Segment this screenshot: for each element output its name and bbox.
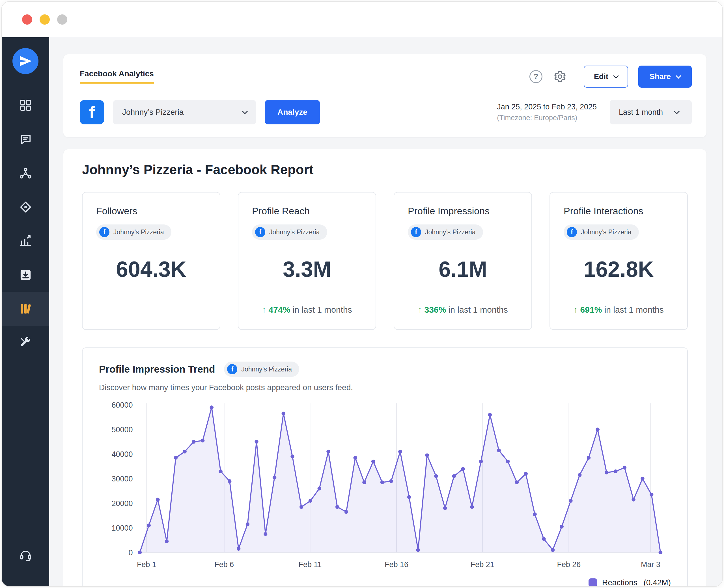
chevron-down-icon [674,108,680,114]
metrics-row: Followers f Johnny’s Pizzeria 604.3K Pro… [82,192,688,330]
legend-value: (0.42M) [644,578,671,586]
date-range-text: Jan 25, 2025 to Feb 23, 2025 [497,103,597,111]
up-arrow-icon: ↑ [418,305,422,314]
chat-bubble-icon [19,132,32,146]
library-books-icon [19,302,32,315]
metric-delta: ↑ 336% in last 1 months [408,292,518,315]
legend-item-reactions[interactable]: Reactions (0.42M) [99,578,671,586]
date-range-block: Jan 25, 2025 to Feb 23, 2025 (Timezone: … [497,103,597,122]
svg-text:Mar 3: Mar 3 [641,560,660,569]
edit-button[interactable]: Edit [584,66,628,88]
account-selector-dropdown[interactable]: Johnny’s Pizzeria [113,100,256,124]
svg-text:40000: 40000 [111,450,133,459]
svg-text:Feb 26: Feb 26 [557,560,581,569]
metric-value: 6.1M [408,257,518,282]
sidebar-item-dashboard[interactable] [2,88,49,122]
gear-icon [554,70,566,83]
metric-label: Profile Interactions [564,206,674,216]
impression-trend-card: Profile Impression Trend f Johnny’s Pizz… [82,348,688,586]
metric-card-followers: Followers f Johnny’s Pizzeria 604.3K [82,192,220,330]
help-button[interactable]: ? [530,70,542,83]
analyze-button[interactable]: Analyze [265,100,320,124]
download-tray-icon [19,268,32,281]
svg-text:Feb 21: Feb 21 [471,560,494,569]
account-badge: f Johnny’s Pizzeria [564,225,639,240]
account-badge: f Johnny’s Pizzeria [96,225,171,240]
sidebar-item-connections[interactable] [2,156,49,190]
account-badge-label: Johnny’s Pizzeria [241,365,292,373]
edit-button-label: Edit [594,72,608,81]
account-badge-label: Johnny’s Pizzeria [581,228,632,236]
zoom-window-button[interactable] [57,15,67,25]
svg-text:30000: 30000 [111,475,133,483]
app-logo[interactable] [13,48,39,74]
tools-wrench-icon [19,336,32,350]
svg-text:Feb 11: Feb 11 [298,560,322,569]
metric-card-profile-interactions: Profile Interactions f Johnny’s Pizzeria… [550,192,688,330]
app-window: Facebook Analytics ? Edit [1,1,723,587]
facebook-f-icon: f [227,364,237,374]
svg-text:Feb 6: Feb 6 [214,560,234,569]
chevron-down-icon [242,108,248,114]
tab-facebook-analytics[interactable]: Facebook Analytics [80,69,154,84]
diamond-box-icon [19,201,32,214]
chart-title: Profile Impression Trend [99,363,215,375]
dashboard-grid-icon [19,99,32,112]
facebook-f-icon: f [99,227,109,237]
sidebar [2,37,49,586]
period-selector-value: Last 1 month [619,108,663,117]
share-button[interactable]: Share [638,66,692,88]
up-arrow-icon: ↑ [574,305,578,314]
metric-value: 162.8K [564,257,674,282]
metric-delta: ↑ 474% in last 1 months [252,292,362,315]
metric-label: Profile Reach [252,206,362,216]
account-selector-value: Johnny’s Pizzeria [122,108,184,117]
account-badge-label: Johnny’s Pizzeria [269,228,320,236]
metric-card-profile-impressions: Profile Impressions f Johnny’s Pizzeria … [394,192,532,330]
account-badge: f Johnny’s Pizzeria [408,225,483,240]
metric-delta: ↑ 691% in last 1 months [564,292,674,315]
question-mark-icon: ? [534,72,538,81]
sidebar-item-analytics[interactable] [2,224,49,258]
impression-trend-chart: Feb 1Feb 6Feb 11Feb 16Feb 21Feb 26Mar 30… [99,400,671,574]
metric-label: Profile Impressions [408,206,518,216]
headset-icon [19,548,32,562]
sidebar-item-content-box[interactable] [2,190,49,224]
sidebar-item-support[interactable] [2,538,49,572]
metric-value: 604.3K [96,257,206,282]
svg-text:Feb 16: Feb 16 [385,560,408,569]
minimize-window-button[interactable] [40,15,50,25]
close-window-button[interactable] [22,15,32,25]
svg-text:60000: 60000 [111,401,133,410]
timezone-text: (Timezone: Europe/Paris) [497,114,597,122]
metric-card-profile-reach: Profile Reach f Johnny’s Pizzeria 3.3M ↑… [238,192,376,330]
facebook-f-icon: f [89,103,95,122]
bar-chart-icon [19,234,32,248]
facebook-logo-tile: f [80,100,104,124]
period-selector-dropdown[interactable]: Last 1 month [610,100,692,124]
chart-subtitle: Discover how many times your Facebook po… [99,383,671,392]
chevron-down-icon [676,73,681,79]
facebook-f-icon: f [255,227,265,237]
facebook-f-icon: f [567,227,577,237]
up-arrow-icon: ↑ [262,305,266,314]
sidebar-item-conversations[interactable] [2,122,49,156]
facebook-report-card: Johnny’s Pizzeria - Facebook Report Foll… [63,149,706,586]
analytics-header-card: Facebook Analytics ? Edit [63,54,706,138]
svg-text:0: 0 [128,548,133,557]
legend-label: Reactions [602,578,638,586]
account-badge-label: Johnny’s Pizzeria [425,228,476,236]
settings-button[interactable] [553,69,567,84]
metric-label: Followers [96,206,206,216]
svg-text:20000: 20000 [111,499,133,508]
sidebar-item-tools[interactable] [2,326,49,360]
account-badge-label: Johnny’s Pizzeria [113,228,164,236]
sidebar-item-library[interactable] [2,292,49,326]
legend-swatch-icon [588,579,597,586]
metric-value: 3.3M [252,257,362,282]
main-content: Facebook Analytics ? Edit [49,37,722,586]
account-badge: f Johnny’s Pizzeria [252,225,327,240]
svg-text:10000: 10000 [111,524,133,532]
sidebar-item-import[interactable] [2,258,49,292]
facebook-f-icon: f [411,227,421,237]
